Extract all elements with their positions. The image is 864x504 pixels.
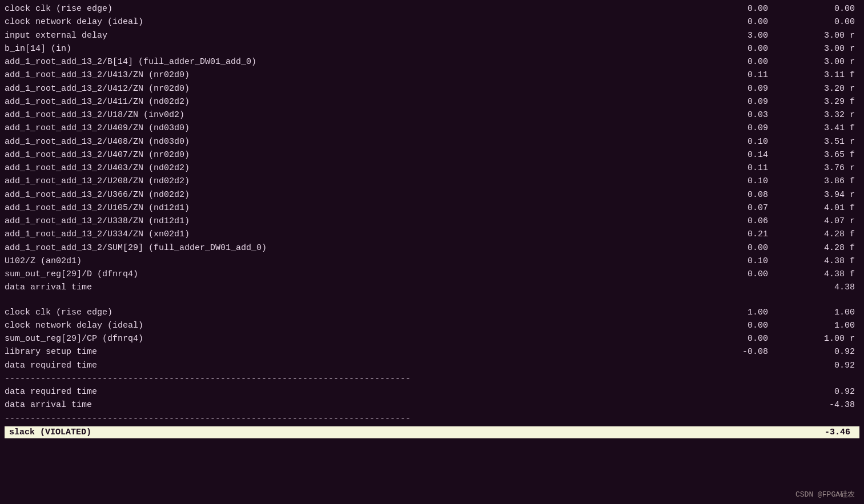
line-9: add_1_root_add_13_2/U18/ZN (inv0d2) 0.03…	[5, 108, 859, 122]
line-14-text: add_1_root_add_13_2/U208/ZN (nd02d2)	[5, 175, 722, 188]
line-22-col2: 4.38	[791, 281, 859, 294]
line-1-text: clock clk (rise edge)	[5, 2, 722, 15]
line-13-col2: 3.76 r	[791, 162, 859, 175]
line-24: clock network delay (ideal) 0.00 1.00	[5, 319, 859, 332]
line-8-col1: 0.09	[722, 95, 791, 108]
line-4: b_in[14] (in) 0.00 3.00 r	[5, 42, 859, 55]
line-4-col2: 3.00 r	[791, 42, 859, 55]
line-24-col1: 0.00	[722, 319, 791, 332]
line-12-col1: 0.14	[722, 148, 791, 162]
line-8: add_1_root_add_13_2/U411/ZN (nd02d2) 0.0…	[5, 95, 859, 108]
line-7: add_1_root_add_13_2/U412/ZN (nr02d0) 0.0…	[5, 82, 859, 95]
line-17-col1: 0.06	[722, 215, 791, 228]
line-14-col1: 0.10	[722, 175, 791, 188]
line-5-col1: 0.00	[722, 55, 791, 68]
line-14: add_1_root_add_13_2/U208/ZN (nd02d2) 0.1…	[5, 175, 859, 188]
line-9-col1: 0.03	[722, 108, 791, 122]
line-7-text: add_1_root_add_13_2/U412/ZN (nr02d0)	[5, 82, 722, 95]
separator-1: ----------------------------------------…	[5, 372, 859, 385]
slack-value: -3.46	[825, 428, 855, 437]
line-25-text: sum_out_reg[29]/CP (dfnrq4)	[5, 332, 722, 345]
line-18: add_1_root_add_13_2/U334/ZN (xn02d1) 0.2…	[5, 228, 859, 241]
line-2-text: clock network delay (ideal)	[5, 15, 722, 29]
line-12: add_1_root_add_13_2/U407/ZN (nr02d0) 0.1…	[5, 148, 859, 162]
line-15-col2: 3.94 r	[791, 188, 859, 201]
line-18-col2: 4.28 f	[791, 228, 859, 241]
line-12-text: add_1_root_add_13_2/U407/ZN (nr02d0)	[5, 148, 722, 162]
line-23-col1: 1.00	[722, 306, 791, 319]
line-20-col2: 4.38 f	[791, 255, 859, 268]
line-4-col1: 0.00	[722, 42, 791, 55]
line-23-col2: 1.00	[791, 306, 859, 319]
line-9-col2: 3.32 r	[791, 108, 859, 122]
line-25-col1: 0.00	[722, 332, 791, 345]
line-16-col2: 4.01 f	[791, 201, 859, 215]
line-12-col2: 3.65 f	[791, 148, 859, 162]
line-11-col1: 0.10	[722, 135, 791, 148]
line-25-col2: 1.00 r	[791, 332, 859, 345]
line-4-text: b_in[14] (in)	[5, 42, 722, 55]
line-11-text: add_1_root_add_13_2/U408/ZN (nd03d0)	[5, 135, 722, 148]
line-7-col1: 0.09	[722, 82, 791, 95]
line-27-text: data required time	[5, 359, 722, 372]
line-6: add_1_root_add_13_2/U413/ZN (nr02d0) 0.1…	[5, 68, 859, 82]
terminal: clock clk (rise edge) 0.00 0.00 clock ne…	[0, 0, 864, 504]
line-17-col2: 4.07 r	[791, 215, 859, 228]
line-15: add_1_root_add_13_2/U366/ZN (nd02d2) 0.0…	[5, 188, 859, 201]
line-22: data arrival time 4.38	[5, 281, 859, 294]
line-18-col1: 0.21	[722, 228, 791, 241]
line-21: sum_out_reg[29]/D (dfnrq4) 0.00 4.38 f	[5, 268, 859, 281]
spacer-1	[5, 295, 859, 306]
line-21-col1: 0.00	[722, 268, 791, 281]
line-10-text: add_1_root_add_13_2/U409/ZN (nd03d0)	[5, 122, 722, 135]
line-20-text: U102/Z (an02d1)	[5, 255, 722, 268]
line-15-text: add_1_root_add_13_2/U366/ZN (nd02d2)	[5, 188, 722, 201]
line-5-col2: 3.00 r	[791, 55, 859, 68]
summary-line-2: data arrival time -4.38	[5, 398, 859, 412]
line-20-col1: 0.10	[722, 255, 791, 268]
line-1-col1: 0.00	[722, 2, 791, 15]
line-10-col1: 0.09	[722, 122, 791, 135]
line-19: add_1_root_add_13_2/SUM[29] (full_adder_…	[5, 241, 859, 255]
line-17-text: add_1_root_add_13_2/U338/ZN (nd12d1)	[5, 215, 722, 228]
line-19-col2: 4.28 f	[791, 241, 859, 255]
summary-line-1: data required time 0.92	[5, 385, 859, 398]
line-1-col2: 0.00	[791, 2, 859, 15]
line-17: add_1_root_add_13_2/U338/ZN (nd12d1) 0.0…	[5, 215, 859, 228]
summary-line-2-text: data arrival time	[5, 398, 785, 412]
line-10-col2: 3.41 f	[791, 122, 859, 135]
line-13-text: add_1_root_add_13_2/U403/ZN (nd02d2)	[5, 162, 722, 175]
timing-lines-group1: clock clk (rise edge) 0.00 0.00 clock ne…	[5, 2, 859, 295]
line-11: add_1_root_add_13_2/U408/ZN (nd03d0) 0.1…	[5, 135, 859, 148]
line-23-text: clock clk (rise edge)	[5, 306, 722, 319]
line-15-col1: 0.08	[722, 188, 791, 201]
line-27: data required time 0.92	[5, 359, 859, 372]
line-21-col2: 4.38 f	[791, 268, 859, 281]
line-10: add_1_root_add_13_2/U409/ZN (nd03d0) 0.0…	[5, 122, 859, 135]
line-6-col1: 0.11	[722, 68, 791, 82]
line-3: input external delay 3.00 3.00 r	[5, 29, 859, 42]
line-8-text: add_1_root_add_13_2/U411/ZN (nd02d2)	[5, 95, 722, 108]
line-3-col2: 3.00 r	[791, 29, 859, 42]
line-16: add_1_root_add_13_2/U105/ZN (nd12d1) 0.0…	[5, 201, 859, 215]
line-11-col2: 3.51 r	[791, 135, 859, 148]
summary-line-1-val: 0.92	[785, 385, 859, 398]
line-2-col2: 0.00	[791, 15, 859, 29]
line-25: sum_out_reg[29]/CP (dfnrq4) 0.00 1.00 r	[5, 332, 859, 345]
line-3-col1: 3.00	[722, 29, 791, 42]
line-7-col2: 3.20 r	[791, 82, 859, 95]
line-13: add_1_root_add_13_2/U403/ZN (nd02d2) 0.1…	[5, 162, 859, 175]
line-24-col2: 1.00	[791, 319, 859, 332]
separator-2: ----------------------------------------…	[5, 412, 859, 425]
line-2-col1: 0.00	[722, 15, 791, 29]
line-8-col2: 3.29 f	[791, 95, 859, 108]
summary-line-1-text: data required time	[5, 385, 785, 398]
line-27-col2: 0.92	[791, 359, 859, 372]
line-20: U102/Z (an02d1) 0.10 4.38 f	[5, 255, 859, 268]
line-13-col1: 0.11	[722, 162, 791, 175]
line-21-text: sum_out_reg[29]/D (dfnrq4)	[5, 268, 722, 281]
line-6-col2: 3.11 f	[791, 68, 859, 82]
slack-label: slack (VIOLATED)	[9, 428, 91, 437]
line-5-text: add_1_root_add_13_2/B[14] (full_adder_DW…	[5, 55, 722, 68]
line-18-text: add_1_root_add_13_2/U334/ZN (xn02d1)	[5, 228, 722, 241]
